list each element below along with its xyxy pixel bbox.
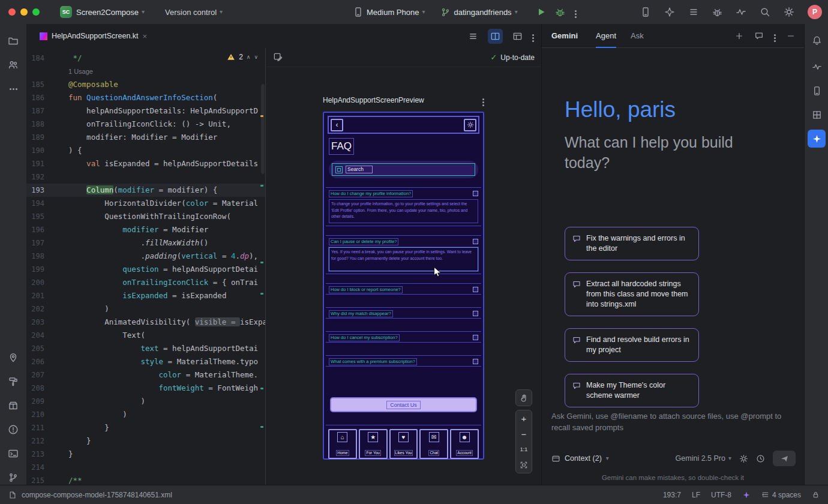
resource-manager-tool-button[interactable]: [4, 55, 23, 74]
run-button[interactable]: [536, 7, 547, 17]
code-line[interactable]: 192: [26, 170, 265, 184]
code-line[interactable]: 189 modifier: Modifier = Modifier: [26, 131, 265, 144]
app-insights-button[interactable]: [712, 7, 722, 17]
faq-question-row[interactable]: How do I change my profile information?: [329, 190, 478, 197]
profiler-tool-button[interactable]: [808, 58, 826, 76]
code-line[interactable]: 213}: [26, 448, 265, 461]
code-line[interactable]: 195 QuestionWithTrailingIconRow(: [26, 210, 265, 223]
tab-help-and-support-screen[interactable]: HelpAndSupportScreen.kt ×: [36, 24, 151, 48]
preview-menu-button[interactable]: [482, 95, 484, 106]
send-button[interactable]: [773, 451, 796, 466]
code-line[interactable]: 214: [26, 461, 265, 474]
chat-history-button[interactable]: [754, 31, 764, 41]
gemini-settings-button[interactable]: [739, 454, 748, 463]
code-view-button[interactable]: [468, 31, 478, 41]
more-tool-windows-button[interactable]: [4, 79, 23, 98]
version-control-menu[interactable]: Version control ▾: [165, 8, 223, 17]
faq-question-row[interactable]: Why did my match disappear?: [329, 310, 478, 317]
code-line[interactable]: 203 AnimatedVisibility( visible = isExpa…: [26, 316, 265, 329]
suggestion-card[interactable]: Fix the warnings and errors in the edito…: [565, 227, 699, 260]
expand-toggle-icon[interactable]: [473, 287, 478, 292]
hide-panel-button[interactable]: [786, 31, 796, 41]
design-view-button[interactable]: [512, 31, 523, 41]
device-selector[interactable]: Medium Phone ▾: [353, 7, 425, 17]
indent-setting[interactable]: 4 spaces: [761, 491, 801, 499]
suggestion-card[interactable]: Extract all hardcoded strings from this …: [565, 272, 699, 316]
code-line[interactable]: 193 Column(modifier = modifier) {: [26, 184, 265, 197]
expand-toggle-icon[interactable]: [473, 191, 478, 196]
context-selector[interactable]: Context (2) ▾: [551, 454, 609, 463]
faq-question-row[interactable]: Can I pause or delete my profile?: [329, 238, 478, 245]
pan-tool-button[interactable]: [515, 389, 532, 406]
maximize-window-button[interactable]: [32, 8, 40, 16]
code-line[interactable]: 209 ): [26, 395, 265, 408]
ai-assistant-button[interactable]: [664, 7, 675, 17]
gemini-status[interactable]: [742, 491, 751, 499]
zoom-to-fit-button[interactable]: [516, 457, 532, 473]
bookmarks-tool-button[interactable]: [4, 348, 23, 367]
zoom-out-button[interactable]: −: [516, 426, 532, 442]
project-tool-button[interactable]: [4, 31, 23, 50]
code-line[interactable]: 206 style = MaterialTheme.typo: [26, 355, 265, 368]
tab-ask[interactable]: Ask: [631, 24, 644, 48]
nav-item-for-you[interactable]: ★For You: [359, 429, 388, 459]
code-line[interactable]: 194 HorizontalDivider(color = Material: [26, 197, 265, 210]
notifications-button[interactable]: [808, 31, 826, 49]
expand-toggle-icon[interactable]: [473, 311, 478, 316]
zoom-in-button[interactable]: +: [516, 410, 532, 426]
code-line[interactable]: 212 }: [26, 434, 265, 448]
terminal-tool-button[interactable]: [4, 444, 23, 463]
warning-stripe-mark[interactable]: [260, 115, 263, 117]
suggestion-card[interactable]: Make my Theme's color scheme warmer: [565, 374, 699, 407]
contact-us-button[interactable]: Contact Us: [330, 397, 477, 412]
nav-item-account[interactable]: ☻Account: [450, 429, 479, 459]
code-line[interactable]: 202 ): [26, 302, 265, 316]
code-line[interactable]: 208 fontWeight = FontWeigh: [26, 382, 265, 395]
more-run-actions-button[interactable]: [575, 7, 577, 17]
file-encoding[interactable]: UTF-8: [711, 491, 731, 499]
project-selector[interactable]: Screen2Compose ▾: [76, 8, 145, 17]
new-chat-button[interactable]: [734, 31, 744, 41]
change-stripe-mark[interactable]: [260, 185, 263, 187]
code-line[interactable]: 200 onTrailingIconClick = { onTrai: [26, 276, 265, 289]
todo-list-button[interactable]: [688, 7, 699, 17]
device-manager-button[interactable]: [640, 7, 651, 17]
editor-options-button[interactable]: [532, 31, 534, 41]
split-view-button[interactable]: [488, 29, 503, 44]
code-line[interactable]: 187 helpAndSupportDetails: HelpAndSuppor…: [26, 104, 265, 118]
code-line[interactable]: 191 val isExpanded = helpAndSupportDetai…: [26, 157, 265, 170]
code-line[interactable]: 185@Composable: [26, 78, 265, 91]
code-line[interactable]: 204 Text(: [26, 329, 265, 342]
code-line[interactable]: 188 onTrailingIconClick: () -> Unit,: [26, 118, 265, 131]
resource-paint-tool-button[interactable]: [4, 372, 23, 391]
phone-settings-button[interactable]: [464, 119, 476, 131]
debug-button[interactable]: [555, 7, 565, 17]
gemini-input[interactable]: Ask Gemini, use @filename to attach sour…: [551, 410, 794, 433]
search-everywhere-button[interactable]: [760, 7, 770, 17]
tab-agent[interactable]: Agent: [596, 24, 616, 48]
user-avatar[interactable]: P: [808, 5, 822, 19]
profiler-button[interactable]: [736, 7, 746, 17]
faq-question-row[interactable]: How do I block or report someone?: [329, 286, 478, 293]
change-stripe-mark[interactable]: [260, 426, 263, 428]
close-tab-icon[interactable]: ×: [143, 32, 148, 41]
nav-item-chat[interactable]: ✉Chat: [419, 429, 448, 459]
read-lock-toggle[interactable]: [812, 491, 820, 499]
settings-button[interactable]: [784, 7, 794, 17]
change-stripe-mark[interactable]: [260, 388, 263, 389]
prev-warning-icon[interactable]: ∧: [247, 54, 251, 60]
running-devices-tool-button[interactable]: [808, 82, 826, 100]
gemini-options-button[interactable]: [774, 31, 776, 41]
status-file[interactable]: compose-compose-model-1758748140651.xml: [8, 491, 172, 499]
model-selector[interactable]: Gemini 2.5 Pro ▾: [676, 454, 731, 463]
faq-search-bar[interactable]: Search: [329, 161, 478, 178]
change-stripe-mark[interactable]: [260, 293, 263, 295]
layout-inspector-tool-button[interactable]: [808, 106, 826, 124]
code-line[interactable]: 198 .padding(vertical = 4.dp),: [26, 250, 265, 263]
ui-check-mode-button[interactable]: [273, 52, 283, 62]
zoom-actual-size-button[interactable]: 1:1: [516, 442, 532, 457]
code-line[interactable]: 1 Usage: [26, 65, 265, 78]
code-line[interactable]: 207 color = MaterialTheme.: [26, 368, 265, 382]
faq-question-row[interactable]: What comes with a premium subscription?: [329, 358, 478, 365]
code-line[interactable]: 205 text = helpAndSupportDetai: [26, 342, 265, 355]
